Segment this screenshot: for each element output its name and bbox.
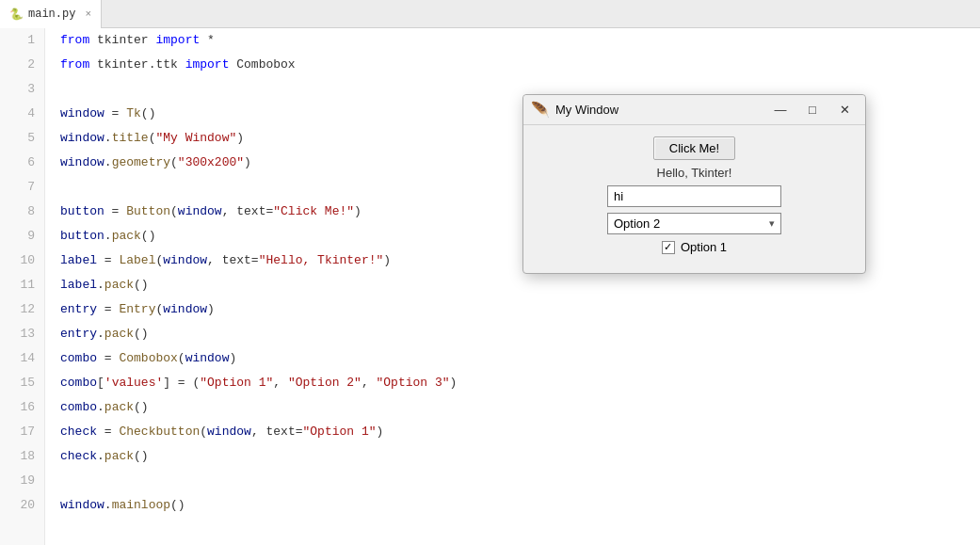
editor-area: 1234567891011121314151617181920 from tki…: [0, 28, 980, 545]
tab-main-py[interactable]: 🐍 main.py ×: [0, 0, 102, 28]
code-token: Button: [126, 200, 170, 224]
python-icon: 🐍: [9, 8, 23, 21]
code-line: from tkinter.ttk import Combobox: [60, 53, 980, 77]
code-token: (: [155, 297, 163, 322]
minimize-button[interactable]: —: [767, 100, 794, 120]
window-title: My Window: [555, 103, 762, 117]
close-button[interactable]: ✕: [831, 100, 858, 120]
code-line: entry.pack(): [60, 322, 980, 346]
tab-bar: 🐍 main.py ×: [0, 0, 980, 28]
code-token: combo: [60, 346, 97, 371]
floating-window: 🪶 My Window — □ ✕ Click Me! Hello, Tkint…: [522, 94, 866, 274]
code-line: window.mainloop(): [60, 493, 980, 518]
code-token: window: [60, 151, 104, 175]
code-token: entry: [60, 322, 97, 346]
window-titlebar: 🪶 My Window — □ ✕: [523, 95, 865, 125]
code-token: Tk: [126, 102, 141, 126]
code-line: label.pack(): [60, 273, 980, 297]
line-number: 3: [0, 77, 44, 102]
line-number: 15: [0, 371, 44, 395]
code-token: "300x200": [178, 151, 244, 175]
checkbox-label: Option 1: [681, 240, 727, 254]
code-token: .: [104, 151, 112, 175]
line-number: 7: [0, 175, 44, 200]
code-token: Combobox: [119, 346, 177, 371]
code-token: entry: [60, 297, 97, 322]
code-token: from: [60, 53, 89, 77]
code-line: check.pack(): [60, 444, 980, 469]
code-token: pack: [112, 224, 141, 248]
click-me-button[interactable]: Click Me!: [653, 136, 735, 160]
line-number: 12: [0, 297, 44, 322]
code-token: "Click Me!": [273, 200, 354, 224]
code-token: combo: [60, 371, 97, 395]
line-number: 5: [0, 126, 44, 151]
code-line: combo = Combobox(window): [60, 346, 980, 371]
code-token: (: [200, 420, 207, 444]
code-line: [60, 469, 980, 493]
code-line: from tkinter import *: [60, 28, 980, 53]
code-token: (): [141, 224, 156, 248]
checkbox-input[interactable]: ✓: [662, 241, 675, 254]
code-token: mainloop: [112, 493, 170, 518]
code-token: button: [60, 224, 104, 248]
code-token: =: [104, 200, 126, 224]
code-token: 'values': [104, 371, 163, 395]
code-token: title: [112, 126, 149, 151]
code-token: ): [377, 420, 384, 444]
code-token: (): [141, 102, 156, 126]
code-token: *: [200, 28, 215, 53]
code-token: =: [97, 346, 119, 371]
code-line: combo['values'] = ("Option 1", "Option 2…: [60, 371, 980, 395]
line-number: 10: [0, 248, 44, 273]
code-token: window: [178, 200, 222, 224]
code-token: label: [60, 273, 97, 297]
line-number: 17: [0, 420, 44, 444]
code-token: button: [60, 200, 104, 224]
code-token: "Option 1": [302, 420, 376, 444]
code-token: ] = (: [163, 371, 200, 395]
code-token: import: [185, 53, 230, 77]
line-number: 1: [0, 28, 44, 53]
code-token: from: [60, 28, 89, 53]
code-token: .: [104, 493, 112, 518]
combo-arrow-icon: ▾: [769, 217, 775, 230]
code-token: =: [97, 420, 119, 444]
combo-value: Option 2: [614, 216, 660, 231]
window-content: Click Me! Hello, Tkinter! Option 2 ▾ ✓ O…: [523, 125, 865, 273]
code-line: check = Checkbutton(window, text="Option…: [60, 420, 980, 444]
maximize-button[interactable]: □: [799, 100, 826, 120]
code-token: check: [60, 420, 97, 444]
code-token: label: [60, 248, 97, 273]
window-icon: 🪶: [531, 101, 550, 119]
line-number: 4: [0, 102, 44, 126]
code-token: import: [155, 28, 200, 53]
code-token: =: [104, 102, 126, 126]
code-token: (): [134, 444, 149, 469]
code-token: ): [207, 297, 215, 322]
code-token: ): [450, 371, 458, 395]
code-line: entry = Entry(window): [60, 297, 980, 322]
code-token: , text=: [222, 200, 274, 224]
code-token: ): [383, 248, 391, 273]
entry-input[interactable]: [607, 185, 781, 207]
code-token: "Option 1": [200, 371, 273, 395]
combobox[interactable]: Option 2 ▾: [607, 213, 781, 234]
hello-label: Hello, Tkinter!: [657, 166, 732, 180]
line-number: 9: [0, 224, 44, 248]
code-token: tkinter.ttk: [89, 53, 185, 77]
code-token: Entry: [119, 297, 155, 322]
code-token: window: [60, 126, 104, 151]
tab-close-button[interactable]: ×: [85, 8, 91, 20]
code-token: check: [60, 444, 97, 469]
code-token: .: [97, 322, 104, 346]
code-token: .: [97, 273, 104, 297]
code-token: geometry: [112, 151, 170, 175]
code-token: [: [97, 371, 104, 395]
code-token: Checkbutton: [119, 420, 200, 444]
code-token: (: [155, 248, 163, 273]
code-token: ): [244, 151, 251, 175]
line-number: 11: [0, 273, 44, 297]
code-token: ): [354, 200, 361, 224]
code-token: Label: [119, 248, 155, 273]
